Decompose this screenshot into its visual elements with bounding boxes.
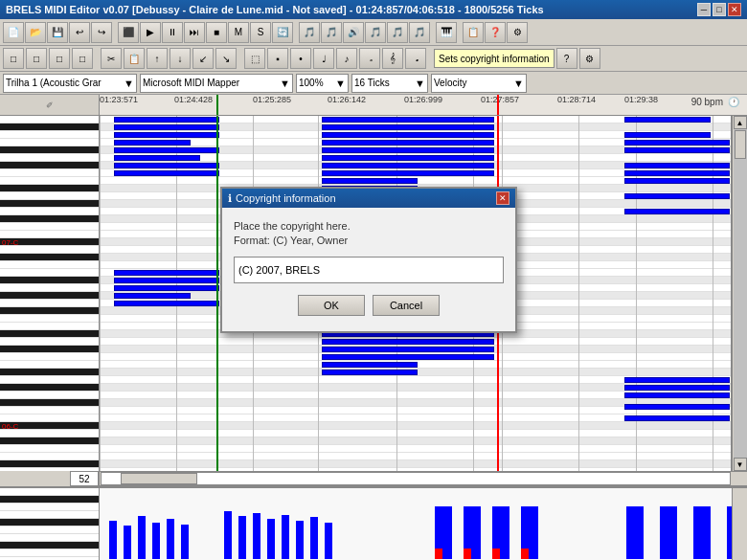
close-button[interactable]: ✕ <box>728 3 741 16</box>
up-btn[interactable]: ↑ <box>147 48 168 69</box>
bottom-velocity-area[interactable] <box>100 488 732 560</box>
copy-btn[interactable]: 📋 <box>124 48 145 69</box>
dl-btn[interactable]: ↙ <box>192 48 214 69</box>
piano-key-25 <box>0 307 99 315</box>
velocity-bar-2 <box>138 516 146 559</box>
dr-btn[interactable]: ↘ <box>215 48 237 69</box>
piano-key-3 <box>0 139 99 146</box>
save-btn[interactable]: 💾 <box>47 22 68 43</box>
note2-btn[interactable]: ♪ <box>336 48 357 69</box>
circle-btn[interactable]: • <box>290 48 311 69</box>
zoom-dropdown[interactable]: 100% ▼ <box>296 74 349 93</box>
solo-btn[interactable]: S <box>250 22 271 43</box>
note-block-3 <box>114 140 191 146</box>
note-block-41 <box>624 377 730 383</box>
bottom-vscroll[interactable] <box>732 488 747 560</box>
piano-key-34 <box>0 376 99 384</box>
loop-btn[interactable]: 🔄 <box>272 22 293 43</box>
open-btn[interactable]: 📂 <box>25 22 46 43</box>
piano-btn[interactable]: 🎹 <box>436 22 457 43</box>
scroll-up-btn[interactable]: ▲ <box>734 116 747 129</box>
midi-btn2[interactable]: 🎵 <box>321 22 342 43</box>
stop2-btn[interactable]: ■ <box>206 22 227 43</box>
midi-mapper-dropdown[interactable]: Microsoft MIDI Mapper ▼ <box>140 74 293 93</box>
pause-btn[interactable]: ⏸ <box>162 22 183 43</box>
piano-key-38 <box>0 407 99 414</box>
ticks-dropdown[interactable]: 16 Ticks ▼ <box>351 74 428 93</box>
playhead-red <box>497 95 499 115</box>
midi-btn3[interactable]: 🎵 <box>365 22 386 43</box>
midi-btn5[interactable]: 🎵 <box>409 22 430 43</box>
down-btn[interactable]: ↓ <box>170 48 191 69</box>
note1-btn[interactable]: ♩ <box>313 48 334 69</box>
dialog-cancel-btn[interactable]: Cancel <box>373 295 440 316</box>
settings-btn[interactable]: ⚙ <box>507 22 528 43</box>
bottom-piano-row-8 <box>0 549 99 557</box>
track-dropdown[interactable]: Trilha 1 (Acoustic Grar ▼ <box>3 74 137 93</box>
piano-key-45 <box>0 460 99 468</box>
mute-btn[interactable]: M <box>228 22 249 43</box>
fwd-btn[interactable]: ⏭ <box>184 22 205 43</box>
dialog-body: Place the copyright here. Format: (C) Ye… <box>222 208 515 331</box>
copyright-input[interactable] <box>234 257 504 283</box>
note3-btn[interactable]: 𝅗 <box>359 48 380 69</box>
dialog-title-text: Copyright information <box>236 192 336 204</box>
note-block-8 <box>322 117 494 123</box>
hscroll-thumb[interactable] <box>121 473 197 484</box>
piano-key-4 <box>0 146 99 154</box>
dot-btn[interactable]: ▪ <box>267 48 288 69</box>
stop-btn[interactable]: ⬛ <box>118 22 139 43</box>
piano-key-1 <box>0 123 99 131</box>
select4-btn[interactable]: □ <box>72 48 93 69</box>
note5-btn[interactable]: 𝅘 <box>405 48 426 69</box>
dialog-ok-btn[interactable]: OK <box>298 295 365 316</box>
scroll-track[interactable] <box>734 129 747 458</box>
velocity-bar-4 <box>167 519 174 559</box>
bottom-piano-row-0 <box>0 488 99 496</box>
select2-btn[interactable]: □ <box>26 48 47 69</box>
midi-btn4[interactable]: 🎵 <box>387 22 408 43</box>
velocity-dropdown[interactable]: Velocity ▼ <box>431 74 527 93</box>
select3-btn[interactable]: □ <box>49 48 70 69</box>
grid-btn[interactable]: ⬚ <box>244 48 265 69</box>
ruler-mark-3: 01:26:142 <box>328 95 366 104</box>
piano-key-19 <box>0 261 99 269</box>
bottom-piano <box>0 488 100 560</box>
copyright-dialog: ℹ Copyright information ✕ Place the copy… <box>220 187 517 333</box>
vel-bar-rb-2 <box>492 506 500 559</box>
help2-btn[interactable]: ? <box>556 48 577 69</box>
piano-key-32 <box>0 361 99 369</box>
vel-bar-rb-1 <box>464 506 471 559</box>
note-block-19 <box>624 132 711 138</box>
scroll-thumb[interactable] <box>735 130 746 159</box>
piano-key-28 <box>0 330 99 338</box>
settings2-btn[interactable]: ⚙ <box>579 48 600 69</box>
piano-key-36 <box>0 392 99 399</box>
velocity-bar-3 <box>152 523 160 559</box>
dialog-close-btn[interactable]: ✕ <box>496 191 509 205</box>
maximize-button[interactable]: □ <box>713 3 726 16</box>
piano-key-42 <box>0 437 99 445</box>
velocity-bar-20 <box>693 506 711 559</box>
help-btn[interactable]: ❓ <box>485 22 506 43</box>
vol-btn[interactable]: 🔊 <box>343 22 364 43</box>
bottom-piano-row-7 <box>0 542 99 549</box>
minimize-button[interactable]: ─ <box>697 3 711 16</box>
scroll-down-btn[interactable]: ▼ <box>734 458 747 471</box>
note4-btn[interactable]: 𝄞 <box>382 48 403 69</box>
hscroll-bar[interactable] <box>101 472 731 485</box>
undo-btn[interactable]: ↩ <box>69 22 90 43</box>
select-btn[interactable]: □ <box>3 48 24 69</box>
new-file-btn[interactable]: 📄 <box>3 22 24 43</box>
velocity-bar-18 <box>626 506 644 559</box>
info-btn[interactable]: 📋 <box>463 22 484 43</box>
play-btn[interactable]: ▶ <box>140 22 161 43</box>
bottom-area <box>0 486 747 560</box>
vertical-scrollbar[interactable]: ▲ ▼ <box>732 116 747 471</box>
ruler-marks: 01:23:571 01:24:428 01:25:285 01:26:142 … <box>100 95 747 115</box>
piano-key-23 <box>0 292 99 300</box>
cut-btn[interactable]: ✂ <box>101 48 122 69</box>
midi-btn1[interactable]: 🎵 <box>299 22 320 43</box>
piano-label-07-C: 07-C <box>2 238 18 247</box>
redo-btn[interactable]: ↪ <box>91 22 112 43</box>
